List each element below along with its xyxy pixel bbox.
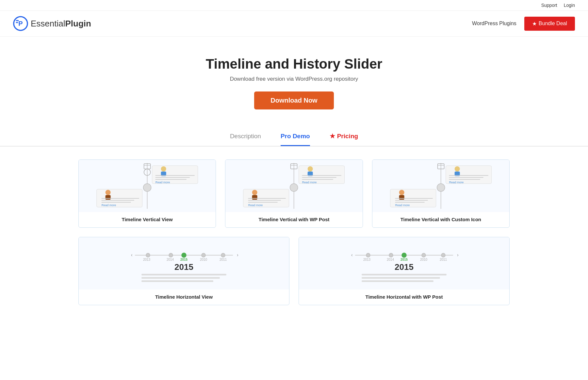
svg-text:2010: 2010 <box>420 258 428 261</box>
svg-rect-54 <box>399 195 404 200</box>
svg-text:2014: 2014 <box>167 258 174 261</box>
tab-pro-demo[interactable]: Pro Demo <box>281 132 310 146</box>
card-preview-4: 2013 2014 2015 2010 2011 ‹ › 2015 <box>79 237 289 289</box>
svg-point-17 <box>106 190 111 195</box>
star-icon: ★ <box>532 21 537 27</box>
svg-text:2015: 2015 <box>400 258 408 261</box>
svg-text:Read more: Read more <box>102 204 116 207</box>
svg-text:2015: 2015 <box>395 262 414 272</box>
horizontal-view-svg: 2013 2014 2015 2010 2011 ‹ › 2015 <box>79 237 289 289</box>
svg-text:2013: 2013 <box>143 258 151 261</box>
svg-rect-18 <box>106 195 111 200</box>
svg-text:Read more: Read more <box>395 204 410 207</box>
svg-text:‹: ‹ <box>131 252 133 257</box>
download-now-button[interactable]: Download Now <box>254 91 334 109</box>
card-preview-1: Read more Read more <box>79 160 216 212</box>
header: P EssentialPlugin WordPress Plugins ★ Bu… <box>0 11 588 37</box>
svg-text:‹: ‹ <box>351 252 353 257</box>
svg-rect-73 <box>141 274 226 275</box>
card-label-3: Timeline Vertical with Custom Icon <box>372 212 509 227</box>
svg-text:2015: 2015 <box>180 258 188 261</box>
wordpress-plugins-link[interactable]: WordPress Plugins <box>472 21 516 26</box>
svg-text:›: › <box>457 252 459 257</box>
logo-text: EssentialPlugin <box>31 19 91 29</box>
svg-point-80 <box>422 253 426 257</box>
pricing-star-icon: ★ <box>330 132 335 140</box>
vertical-custom-svg: Read more Read more <box>372 160 509 212</box>
card-preview-2: Read more Read more <box>225 160 362 212</box>
hero-section: Timeline and History Slider Download fre… <box>0 37 588 123</box>
logo[interactable]: P EssentialPlugin <box>13 16 91 31</box>
demo-card-vertical-view[interactable]: Read more Read more Timeline Vertical Vi… <box>78 159 216 228</box>
svg-text:2013: 2013 <box>363 258 371 261</box>
vertical-view-svg: Read more Read more <box>79 160 216 212</box>
svg-point-45 <box>454 166 460 172</box>
card-label-4: Timeline Horizontal View <box>79 289 289 305</box>
svg-text:Read more: Read more <box>449 181 464 184</box>
svg-point-63 <box>202 253 205 257</box>
support-link[interactable]: Support <box>541 3 557 8</box>
svg-point-64 <box>221 253 225 257</box>
demo-card-vertical-wp[interactable]: Read more Read more Timeline Vertical wi… <box>225 159 363 228</box>
svg-point-53 <box>399 190 404 195</box>
svg-text:P: P <box>18 20 23 27</box>
svg-point-61 <box>169 253 173 257</box>
nav-right: WordPress Plugins ★ Bundle Deal <box>472 17 575 31</box>
svg-text:2011: 2011 <box>220 258 227 261</box>
demo-grid-section: Read more Read more Timeline Vertical Vi… <box>65 146 523 327</box>
card-preview-3: Read more Read more <box>372 160 509 212</box>
page-title: Timeline and History Slider <box>13 56 575 72</box>
svg-point-81 <box>441 253 445 257</box>
svg-point-79 <box>402 253 406 257</box>
svg-text:Read more: Read more <box>248 204 263 207</box>
hero-subtitle: Download free version via WordPress.org … <box>13 76 575 82</box>
demo-card-horizontal-view[interactable]: 2013 2014 2015 2010 2011 ‹ › 2015 Timeli… <box>78 237 289 305</box>
svg-rect-92 <box>362 280 433 282</box>
svg-point-51 <box>437 184 445 191</box>
svg-text:›: › <box>237 252 238 257</box>
svg-rect-36 <box>252 195 257 200</box>
bundle-deal-button[interactable]: ★ Bundle Deal <box>524 17 575 31</box>
card-preview-5: 2013 2014 2015 2010 2011 ‹ › 2015 <box>299 237 509 289</box>
svg-point-78 <box>389 253 393 257</box>
card-label-2: Timeline Vertical with WP Post <box>225 212 362 227</box>
svg-point-62 <box>182 253 186 257</box>
svg-text:Read more: Read more <box>155 181 170 184</box>
svg-text:2015: 2015 <box>174 262 193 272</box>
svg-rect-90 <box>362 274 447 275</box>
svg-text:2011: 2011 <box>440 258 447 261</box>
tab-description[interactable]: Description <box>230 132 261 146</box>
svg-point-33 <box>290 184 298 191</box>
tabs-container: Description Pro Demo ★ Pricing <box>0 123 588 146</box>
svg-text:Read more: Read more <box>302 181 317 184</box>
svg-point-77 <box>366 253 370 257</box>
svg-point-9 <box>161 166 166 172</box>
login-link[interactable]: Login <box>564 3 575 8</box>
demo-card-horizontal-wp[interactable]: 2013 2014 2015 2010 2011 ‹ › 2015 Timeli… <box>299 237 510 305</box>
logo-icon: P <box>13 16 28 31</box>
svg-rect-75 <box>141 280 213 282</box>
svg-point-60 <box>146 253 150 257</box>
horizontal-wp-svg: 2013 2014 2015 2010 2011 ‹ › 2015 <box>299 237 509 289</box>
demo-row-1: Read more Read more Timeline Vertical Vi… <box>78 159 510 228</box>
svg-rect-91 <box>362 277 440 279</box>
demo-card-vertical-custom[interactable]: Read more Read more Timeline Vertical wi… <box>372 159 510 228</box>
demo-row-2: 2013 2014 2015 2010 2011 ‹ › 2015 Timeli… <box>78 237 510 305</box>
svg-point-27 <box>308 166 313 172</box>
svg-text:2014: 2014 <box>387 258 394 261</box>
svg-rect-74 <box>141 277 220 279</box>
svg-text:2010: 2010 <box>200 258 207 261</box>
card-label-5: Timeline Horizontal with WP Post <box>299 289 509 305</box>
vertical-wp-svg: Read more Read more <box>225 160 362 212</box>
svg-point-15 <box>143 184 151 191</box>
svg-point-35 <box>252 190 257 195</box>
card-label-1: Timeline Vertical View <box>79 212 216 227</box>
top-bar: Support Login <box>0 0 588 11</box>
tab-pricing[interactable]: ★ Pricing <box>330 132 358 146</box>
